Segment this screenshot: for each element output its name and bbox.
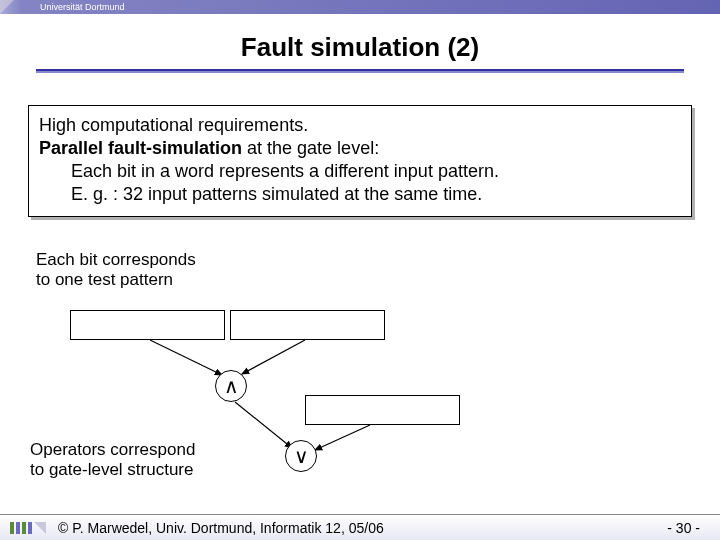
svg-line-3 — [315, 425, 370, 450]
caption-bits-l2: to one test pattern — [36, 270, 196, 290]
topbar: Universität Dortmund — [0, 0, 720, 14]
footer: © P. Marwedel, Univ. Dortmund, Informati… — [0, 514, 720, 540]
or-gate-symbol: ∨ — [294, 444, 309, 468]
svg-line-1 — [242, 340, 305, 374]
title-area: Fault simulation (2) — [0, 14, 720, 83]
content-area: High computational requirements. Paralle… — [0, 83, 720, 217]
box-line-2: Parallel fault-simulation at the gate le… — [39, 137, 681, 160]
title-underline — [36, 69, 684, 73]
svg-line-0 — [150, 340, 222, 375]
input-word-c — [305, 395, 460, 425]
caption-operators-l1: Operators correspond — [30, 440, 195, 460]
input-word-b — [230, 310, 385, 340]
svg-rect-7 — [28, 522, 32, 534]
box-line-2-rest: at the gate level: — [242, 138, 379, 158]
caption-operators: Operators correspond to gate-level struc… — [30, 440, 195, 481]
institution-label: Universität Dortmund — [40, 2, 125, 12]
caption-bits: Each bit corresponds to one test pattern — [36, 250, 196, 291]
caption-bits-l1: Each bit corresponds — [36, 250, 196, 270]
svg-line-2 — [235, 402, 292, 448]
logo-icon — [8, 519, 48, 537]
and-gate: ∧ — [215, 370, 247, 402]
main-text-box: High computational requirements. Paralle… — [28, 105, 692, 217]
and-gate-symbol: ∧ — [224, 374, 239, 398]
svg-rect-5 — [16, 522, 20, 534]
box-indent-1: Each bit in a word represents a differen… — [39, 160, 681, 183]
or-gate: ∨ — [285, 440, 317, 472]
footer-copyright: © P. Marwedel, Univ. Dortmund, Informati… — [58, 520, 384, 536]
topbar-corner-decoration — [0, 0, 14, 14]
svg-rect-4 — [10, 522, 14, 534]
box-line-2-bold: Parallel fault-simulation — [39, 138, 242, 158]
slide-title: Fault simulation (2) — [0, 32, 720, 63]
svg-rect-6 — [22, 522, 26, 534]
input-word-a — [70, 310, 225, 340]
page-number: - 30 - — [667, 520, 700, 536]
page-num: 30 — [676, 520, 692, 536]
page-prefix: - — [667, 520, 676, 536]
page-suffix: - — [691, 520, 700, 536]
caption-operators-l2: to gate-level structure — [30, 460, 195, 480]
box-line-1: High computational requirements. — [39, 114, 681, 137]
svg-marker-8 — [34, 522, 46, 534]
box-indent-2: E. g. : 32 input patterns simulated at t… — [39, 183, 681, 206]
